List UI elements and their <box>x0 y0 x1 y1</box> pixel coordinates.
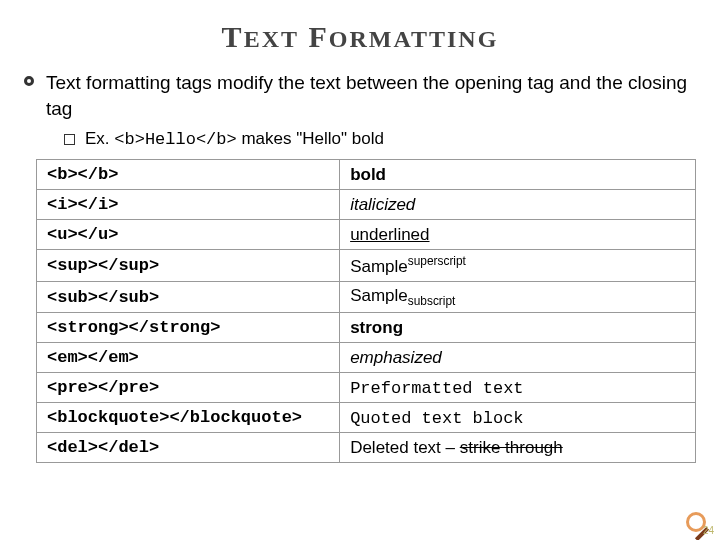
effect-cell: Samplesuperscript <box>340 250 696 282</box>
effect-cell: strong <box>340 313 696 343</box>
slide-title: TEXT FORMATTING <box>24 20 696 54</box>
table-row: <b></b>bold <box>37 160 696 190</box>
main-bullet: Text formatting tags modify the text bet… <box>24 70 696 121</box>
table-row: <i></i>italicized <box>37 190 696 220</box>
formatting-table: <b></b>bold<i></i>italicized<u></u>under… <box>36 159 696 463</box>
tag-cell: <del></del> <box>37 433 340 463</box>
tag-cell: <u></u> <box>37 220 340 250</box>
effect-cell: bold <box>340 160 696 190</box>
table-row: <em></em>emphasized <box>37 343 696 373</box>
effect-cell: Preformatted text <box>340 373 696 403</box>
effect-cell: underlined <box>340 220 696 250</box>
tag-cell: <strong></strong> <box>37 313 340 343</box>
tag-cell: <b></b> <box>37 160 340 190</box>
tag-cell: <blockquote></blockquote> <box>37 403 340 433</box>
effect-cell: Quoted text block <box>340 403 696 433</box>
page-number: 24 <box>703 525 714 536</box>
description-text: Text formatting tags modify the text bet… <box>46 70 696 121</box>
tag-cell: <em></em> <box>37 343 340 373</box>
table-row: <del></del>Deleted text – strike through <box>37 433 696 463</box>
tag-cell: <i></i> <box>37 190 340 220</box>
bullet-icon <box>24 76 34 86</box>
tag-cell: <sup></sup> <box>37 250 340 282</box>
table-row: <strong></strong>strong <box>37 313 696 343</box>
effect-cell: emphasized <box>340 343 696 373</box>
example-text: Ex. <b>Hello</b> makes "Hello" bold <box>85 129 384 149</box>
example-bullet: Ex. <b>Hello</b> makes "Hello" bold <box>64 129 696 149</box>
effect-cell: italicized <box>340 190 696 220</box>
table-row: <sup></sup>Samplesuperscript <box>37 250 696 282</box>
tag-cell: <pre></pre> <box>37 373 340 403</box>
table-row: <pre></pre>Preformatted text <box>37 373 696 403</box>
square-icon <box>64 134 75 145</box>
table-row: <blockquote></blockquote>Quoted text blo… <box>37 403 696 433</box>
table-row: <u></u>underlined <box>37 220 696 250</box>
tag-cell: <sub></sub> <box>37 281 340 312</box>
table-row: <sub></sub>Samplesubscript <box>37 281 696 312</box>
effect-cell: Deleted text – strike through <box>340 433 696 463</box>
effect-cell: Samplesubscript <box>340 281 696 312</box>
